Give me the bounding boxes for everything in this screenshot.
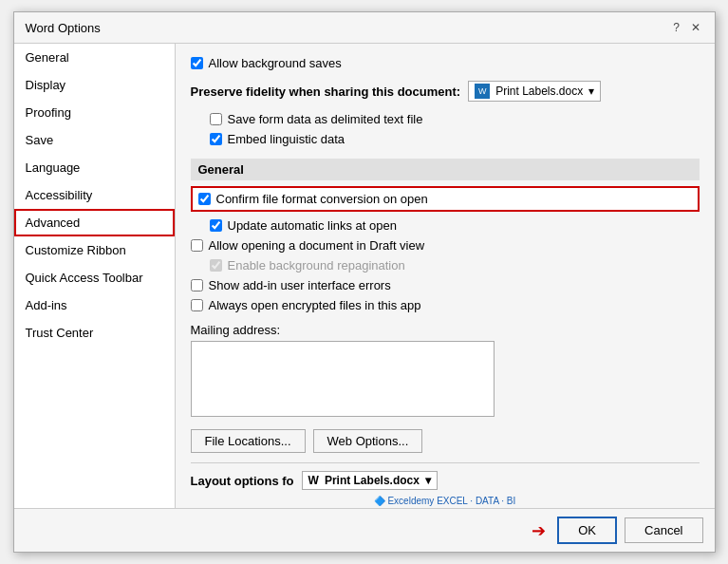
layout-row: Layout options fo W Print Labels.docx ▾ (191, 462, 700, 490)
sidebar-item-add-ins[interactable]: Add-ins (14, 291, 175, 319)
show-addin-errors-row: Show add-in user interface errors (191, 275, 700, 295)
content-area: Allow background saves Preserve fidelity… (176, 44, 715, 508)
enable-repagination-row: Enable background repagination (210, 255, 700, 275)
watermark: 🔷 Exceldemy EXCEL · DATA · BI (176, 494, 715, 508)
file-locations-button[interactable]: File Locations... (191, 429, 306, 453)
watermark-text: 🔷 Exceldemy (374, 496, 435, 506)
fidelity-row: Preserve fidelity when sharing this docu… (191, 81, 700, 102)
word-options-dialog: Word Options ? ✕ General Display Proofin… (13, 11, 716, 553)
sidebar-item-advanced[interactable]: Advanced (14, 209, 175, 236)
close-button[interactable]: ✕ (688, 20, 703, 35)
allow-background-saves-row: Allow background saves (191, 53, 700, 73)
cancel-button[interactable]: Cancel (625, 517, 702, 543)
help-button[interactable]: ? (669, 20, 684, 35)
dialog-title: Word Options (26, 21, 101, 35)
layout-dropdown-text: Print Labels.docx (325, 474, 420, 487)
sidebar-item-save[interactable]: Save (14, 126, 175, 154)
sidebar-item-general[interactable]: General (14, 44, 175, 71)
allow-draft-view-checkbox[interactable] (191, 239, 203, 252)
enable-repagination-label: Enable background repagination (228, 258, 405, 273)
update-auto-links-label: Update automatic links at open (228, 218, 398, 233)
watermark-sub: EXCEL · DATA · BI (437, 496, 515, 506)
dialog-footer: ➔ OK Cancel (14, 508, 715, 552)
title-bar: Word Options ? ✕ (14, 12, 715, 44)
allow-background-saves-label: Allow background saves (209, 56, 342, 70)
fidelity-dropdown-arrow: ▾ (588, 85, 594, 98)
layout-doc-icon: W (308, 474, 319, 487)
allow-draft-view-row: Allow opening a document in Draft view (191, 235, 700, 255)
web-options-button[interactable]: Web Options... (313, 429, 423, 453)
sidebar-item-proofing[interactable]: Proofing (14, 99, 175, 126)
arrow-indicator: ➔ (532, 520, 546, 541)
always-open-encrypted-row: Always open encrypted files in this app (191, 295, 700, 315)
general-section-header: General (191, 159, 700, 180)
update-auto-links-checkbox[interactable] (210, 219, 222, 232)
save-form-data-row: Save form data as delimited text file (210, 109, 700, 129)
sidebar-item-accessibility[interactable]: Accessibility (14, 181, 175, 209)
sidebar: General Display Proofing Save Language A… (14, 44, 176, 508)
sidebar-item-display[interactable]: Display (14, 71, 175, 99)
allow-background-saves-checkbox[interactable] (191, 57, 203, 69)
fidelity-label: Preserve fidelity when sharing this docu… (191, 85, 461, 99)
show-addin-errors-label: Show add-in user interface errors (209, 278, 391, 292)
enable-repagination-checkbox[interactable] (210, 259, 222, 272)
always-open-encrypted-label: Always open encrypted files in this app (209, 298, 421, 312)
save-form-data-label: Save form data as delimited text file (228, 112, 423, 126)
mailing-section: Mailing address: (191, 323, 700, 420)
sidebar-item-quick-access-toolbar[interactable]: Quick Access Toolbar (14, 264, 175, 291)
confirm-file-format-row: Confirm file format conversion on open (191, 186, 700, 212)
buttons-row: File Locations... Web Options... (191, 429, 700, 453)
mailing-address-label: Mailing address: (191, 323, 700, 337)
save-form-data-checkbox[interactable] (210, 113, 222, 125)
allow-draft-view-label: Allow opening a document in Draft view (209, 238, 425, 253)
title-bar-controls: ? ✕ (669, 20, 703, 35)
content-scroll: Allow background saves Preserve fidelity… (176, 44, 715, 494)
sidebar-item-trust-center[interactable]: Trust Center (14, 319, 175, 347)
dialog-body: General Display Proofing Save Language A… (14, 44, 715, 508)
doc-icon: W (475, 84, 490, 99)
ok-button[interactable]: OK (557, 517, 617, 544)
confirm-file-format-label: Confirm file format conversion on open (216, 192, 428, 206)
show-addin-errors-checkbox[interactable] (191, 279, 203, 291)
sidebar-item-customize-ribbon[interactable]: Customize Ribbon (14, 236, 175, 264)
layout-options-label: Layout options fo (191, 474, 294, 488)
mailing-address-input[interactable] (191, 341, 495, 417)
layout-dropdown[interactable]: W Print Labels.docx ▾ (302, 471, 438, 490)
fidelity-dropdown-text: Print Labels.docx (495, 85, 583, 98)
layout-dropdown-arrow: ▾ (425, 474, 431, 487)
embed-linguistic-row: Embed linguistic data (210, 129, 700, 149)
confirm-file-format-checkbox[interactable] (198, 193, 211, 205)
update-auto-links-row: Update automatic links at open (210, 216, 700, 235)
fidelity-dropdown[interactable]: W Print Labels.docx ▾ (468, 81, 601, 102)
embed-linguistic-checkbox[interactable] (210, 133, 222, 145)
always-open-encrypted-checkbox[interactable] (191, 299, 203, 311)
sidebar-item-language[interactable]: Language (14, 154, 175, 181)
embed-linguistic-label: Embed linguistic data (228, 132, 345, 146)
